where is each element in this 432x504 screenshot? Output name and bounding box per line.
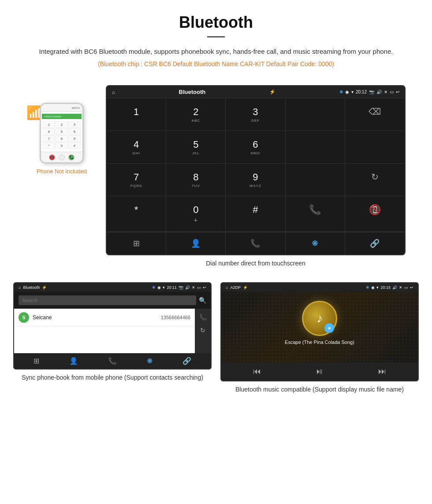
dial-key-empty-1: [286, 98, 345, 131]
page-title: Bluetooth: [26, 13, 406, 32]
dial-key-refresh[interactable]: ↻: [345, 164, 405, 196]
dial-key-hangup[interactable]: 📵: [345, 196, 405, 232]
dial-key-8[interactable]: 8TUV: [166, 164, 226, 196]
pb-cam-icon[interactable]: 📷: [179, 285, 183, 290]
music-screenshot: ⌂ A2DP ⚡ ❋ ◉ ▾ 20:15 🔊 ✕ ▭ ↩ ♪: [220, 282, 419, 381]
dial-key-hash[interactable]: #: [226, 196, 285, 232]
phone-key: 0: [56, 142, 68, 149]
pb-link-icon[interactable]: 🔗: [182, 357, 191, 365]
dial-key-backspace[interactable]: ⌫: [345, 98, 405, 131]
location-icon: ◉: [345, 90, 349, 94]
dial-bottom-link[interactable]: 🔗: [345, 232, 405, 254]
pb-search-input[interactable]: [19, 295, 196, 305]
pb-refresh-icon[interactable]: ↻: [197, 324, 209, 336]
dial-screen: ⌂ Bluetooth ⚡ ❋ ◉ ▾ 20:12 📷 🔊 ✕ ▭ ↩: [106, 85, 406, 255]
phonebook-screenshot: ⌂ Bluetooth ⚡ ❋ ◉ ▾ 20:11 📷 🔊 ✕ ▭ ↩: [13, 282, 212, 370]
dial-bottom-grid[interactable]: ⊞: [107, 232, 166, 254]
pb-left: S Seicane 13566664466: [14, 309, 195, 353]
phone-key: #: [68, 142, 81, 149]
pb-bt-icon: ❋: [152, 285, 156, 290]
music-main: ♪ ❋ Escape (The Pina Colada Song): [221, 292, 418, 362]
music-vol-icon[interactable]: 🔊: [392, 285, 397, 290]
phone-key: 8: [56, 135, 68, 142]
pb-win-icon[interactable]: ▭: [197, 285, 201, 290]
phone-screen-header: + Add to Contacts: [42, 114, 82, 119]
music-loc-icon: ◉: [371, 285, 375, 290]
dial-keypad-area: 1 2ABC 3DEF ⌫ 4GHI 5JKL 6MNO 7PQRS 8TUV …: [107, 98, 405, 232]
phone-top-bar: MOTO: [41, 104, 82, 112]
pb-search-icon[interactable]: 🔍: [199, 297, 206, 304]
window-icon[interactable]: ▭: [390, 90, 394, 94]
time-display: 20:12: [356, 90, 367, 94]
pb-contact-number: 13566664466: [161, 315, 190, 320]
bottom-section: ⌂ Bluetooth ⚡ ❋ ◉ ▾ 20:11 📷 🔊 ✕ ▭ ↩: [0, 273, 432, 407]
bluetooth-specs: (Bluetooth chip : CSR BC6 Default Blueto…: [26, 60, 406, 67]
music-item: ⌂ A2DP ⚡ ❋ ◉ ▾ 20:15 🔊 ✕ ▭ ↩ ♪: [220, 282, 419, 394]
home-icon[interactable]: ⌂: [112, 90, 115, 95]
dial-key-3[interactable]: 3DEF: [226, 98, 285, 131]
pb-home-icon[interactable]: ⌂: [19, 285, 21, 290]
music-play-btn[interactable]: ⏯: [316, 367, 324, 376]
dial-bottom-contacts[interactable]: 👤: [166, 232, 226, 254]
dial-key-9[interactable]: 9WXYZ: [226, 164, 285, 196]
dial-bottom-bluetooth[interactable]: ❋: [286, 232, 345, 254]
phone-wrapper: 📶 MOTO + Add to Contacts 1 2 3 4 5 6 7: [40, 103, 84, 164]
pb-call-icon[interactable]: 📞: [197, 311, 209, 323]
phone-end-btn: 📵: [49, 154, 55, 161]
phone-key: 7: [43, 135, 55, 142]
dial-key-4[interactable]: 4GHI: [107, 131, 166, 164]
camera-icon[interactable]: 📷: [369, 90, 374, 94]
usb-icon: ⚡: [269, 89, 276, 95]
pb-right-icons: 📞 ↻: [195, 309, 211, 353]
dial-key-star[interactable]: *: [107, 196, 166, 232]
dial-key-call[interactable]: 📞: [286, 196, 345, 232]
music-back-icon[interactable]: ↩: [410, 285, 413, 290]
volume-icon[interactable]: 🔊: [376, 90, 382, 94]
pb-back-icon[interactable]: ↩: [203, 285, 206, 290]
phonebook-caption: Sync phone-book from mobile phone (Suppo…: [22, 373, 203, 382]
music-caption: Bluetooth music compatible (Support disp…: [235, 385, 404, 394]
dial-status-bar: ⌂ Bluetooth ⚡ ❋ ◉ ▾ 20:12 📷 🔊 ✕ ▭ ↩: [107, 86, 405, 98]
pb-person-icon[interactable]: 👤: [69, 357, 78, 365]
pb-vol-icon[interactable]: 🔊: [185, 285, 190, 290]
music-bt-badge: ❋: [324, 323, 334, 333]
close-icon[interactable]: ✕: [384, 90, 387, 94]
music-home-icon[interactable]: ⌂: [226, 285, 228, 290]
pb-close-icon[interactable]: ✕: [192, 285, 195, 290]
phone-container: 📶 MOTO + Add to Contacts 1 2 3 4 5 6 7: [26, 85, 97, 175]
phone-key: 2: [56, 121, 68, 128]
dial-key-5[interactable]: 5JKL: [166, 131, 226, 164]
dial-key-2[interactable]: 2ABC: [166, 98, 226, 131]
phone-mock: MOTO + Add to Contacts 1 2 3 4 5 6 7 8 9: [40, 103, 84, 164]
pb-status-bar: ⌂ Bluetooth ⚡ ❋ ◉ ▾ 20:11 📷 🔊 ✕ ▭ ↩: [14, 283, 211, 292]
music-note-icon: ♪: [317, 311, 323, 325]
dial-key-7[interactable]: 7PQRS: [107, 164, 166, 196]
dial-key-1[interactable]: 1: [107, 98, 166, 131]
phone-key: 1: [43, 121, 55, 128]
dial-screen-container: ⌂ Bluetooth ⚡ ❋ ◉ ▾ 20:12 📷 🔊 ✕ ▭ ↩: [106, 85, 406, 269]
music-status-left: ⌂ A2DP ⚡: [226, 285, 248, 290]
music-prev-btn[interactable]: ⏮: [253, 367, 261, 376]
pb-status-left: ⌂ Bluetooth ⚡: [19, 285, 47, 290]
bluetooth-status-icon: ❋: [339, 90, 343, 94]
music-close-icon[interactable]: ✕: [399, 285, 402, 290]
page-header: Bluetooth Integrated with BC6 Bluetooth …: [0, 0, 432, 81]
title-divider: [207, 36, 225, 37]
dial-key-0[interactable]: 0+: [166, 196, 226, 232]
music-next-btn[interactable]: ⏭: [378, 367, 386, 376]
phone-key: 6: [68, 128, 81, 135]
music-controls: ⏮ ⏯ ⏭: [221, 362, 418, 381]
phone-key: *: [43, 142, 55, 149]
dial-key-6[interactable]: 6MNO: [226, 131, 285, 164]
pb-app-name: Bluetooth: [23, 285, 40, 290]
pb-contact-row: S Seicane 13566664466: [14, 309, 195, 327]
dial-key-empty-4: [286, 164, 345, 196]
pb-grid-icon[interactable]: ⊞: [34, 357, 39, 365]
music-win-icon[interactable]: ▭: [404, 285, 408, 290]
pb-status-right: ❋ ◉ ▾ 20:11 📷 🔊 ✕ ▭ ↩: [152, 285, 206, 290]
pb-bt-bottom-icon[interactable]: ❋: [147, 357, 153, 365]
dial-bottom-phone[interactable]: 📞: [226, 232, 285, 254]
back-icon[interactable]: ↩: [396, 90, 399, 94]
pb-phone-icon[interactable]: 📞: [108, 357, 117, 365]
music-wifi-icon: ▾: [376, 285, 379, 290]
